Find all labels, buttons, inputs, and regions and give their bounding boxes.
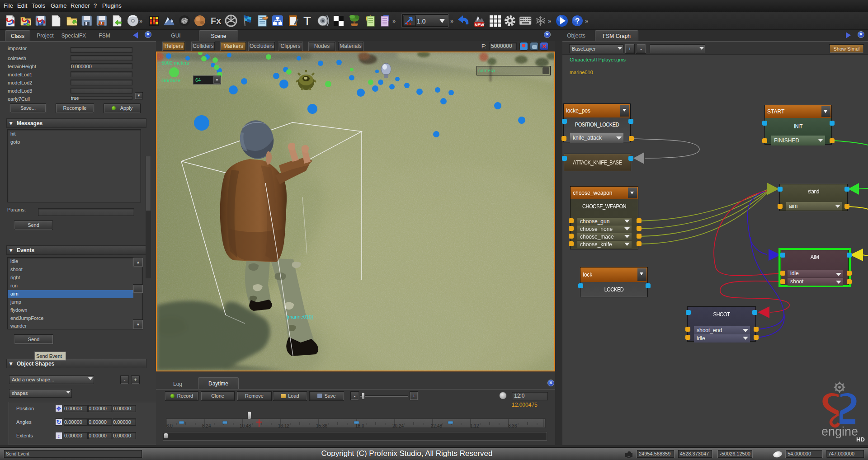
- svg-text:15:36: 15:36: [316, 423, 327, 428]
- svg-text:»: »: [585, 18, 588, 24]
- svg-text:8:24: 8:24: [202, 423, 211, 428]
- svg-text:18:0: 18:0: [355, 423, 364, 428]
- svg-text:HD: HD: [856, 436, 865, 443]
- svg-text:[marine010]: [marine010]: [287, 314, 313, 319]
- svg-text:3:36: 3:36: [508, 423, 517, 428]
- svg-text:engine: engine: [821, 425, 858, 438]
- svg-text:»: »: [450, 18, 453, 24]
- svg-text:20:24: 20:24: [392, 423, 404, 428]
- svg-text:10:48: 10:48: [240, 423, 251, 428]
- svg-text:22:48: 22:48: [431, 423, 442, 428]
- svg-text:?: ?: [575, 17, 580, 25]
- svg-text:1.0: 1.0: [417, 18, 426, 25]
- svg-text:1:12: 1:12: [470, 423, 479, 428]
- svg-text:1x: 1x: [406, 21, 412, 26]
- svg-text:T: T: [303, 14, 311, 28]
- svg-text:»: »: [548, 18, 551, 24]
- svg-text:NEW: NEW: [475, 23, 485, 27]
- svg-text:»: »: [392, 18, 396, 24]
- svg-text:13:12: 13:12: [278, 423, 289, 428]
- svg-text:Fx: Fx: [211, 16, 221, 26]
- svg-text:As: As: [98, 20, 104, 26]
- svg-text:6:0: 6:0: [166, 423, 173, 428]
- svg-text:»: »: [139, 18, 142, 24]
